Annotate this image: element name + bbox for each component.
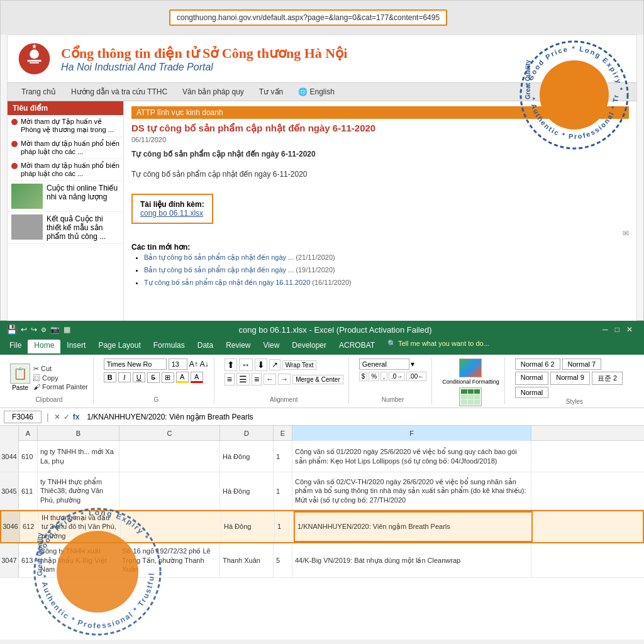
style-normal7-button[interactable]: Normal 7 — [562, 358, 602, 370]
minimize-icon[interactable]: ─ — [600, 325, 611, 334]
decrease-indent-icon[interactable]: ← — [264, 374, 276, 385]
col-header-f[interactable]: F — [292, 426, 531, 441]
align-bottom-icon[interactable]: ⬇ — [255, 358, 267, 371]
cell-e3046[interactable]: 1 — [275, 511, 294, 542]
copy-button[interactable]: ⿴ Copy — [33, 374, 88, 382]
menu-page-layout[interactable]: Page Layout — [92, 340, 147, 353]
cell-f3045[interactable]: Công văn số 02/CV-TH/2020 ngày 26/6/2020… — [292, 472, 531, 509]
increase-font-icon[interactable]: A↑ — [189, 360, 198, 369]
sidebar-item-3[interactable]: Mời tham dự tập huấn phổ biến pháp luật … — [8, 159, 123, 181]
menu-formulas[interactable]: Formulas — [147, 340, 191, 353]
close-icon[interactable]: ✕ — [624, 325, 635, 334]
percent-button[interactable]: % — [369, 372, 379, 381]
nav-van-ban[interactable]: Văn bản pháp quy — [175, 86, 252, 98]
conditional-formatting-button[interactable]: Conditional Formatting — [442, 358, 499, 385]
format-as-table-button[interactable]: Format as Table — [442, 387, 499, 408]
font-size-input[interactable]: 13 — [169, 358, 187, 370]
quick-access-icon[interactable]: ⚙ — [41, 326, 47, 333]
cell-e3047[interactable]: 5 — [274, 543, 292, 577]
redo-icon[interactable]: ↪ — [31, 325, 37, 334]
style-normal9-button[interactable]: Normal 9 — [550, 372, 590, 385]
cell-d3047[interactable]: Thanh Xuân — [220, 543, 274, 577]
cell-d3046[interactable]: Hà Đông — [221, 511, 275, 542]
strikethrough-button[interactable]: S̶ — [147, 372, 160, 383]
decrease-decimal-button[interactable]: .0→ — [389, 372, 405, 381]
insert-function-icon[interactable]: fx — [73, 413, 80, 421]
align-top-icon[interactable]: ⬆ — [225, 358, 237, 371]
cancel-formula-icon[interactable]: ✕ — [54, 413, 60, 421]
style-normal10-button[interactable]: Normal — [515, 387, 548, 398]
sidebar-img-item-2[interactable]: Kết quả Cuộc thi thiết kế mẫu sản phẩm t… — [8, 212, 123, 244]
comma-button[interactable]: , — [380, 372, 387, 381]
cell-f3044[interactable]: Công văn số 01/2020 ngày 25/6/2020 về vi… — [292, 441, 531, 472]
tell-me-input[interactable]: 🔍 Tell me what you want to do... — [387, 340, 489, 353]
news-item-3[interactable]: Tự công bố sản phẩm cập nhật đến ngày 16… — [144, 277, 629, 289]
cell-e3045[interactable]: 1 — [274, 472, 292, 509]
align-center-icon[interactable]: ☰ — [236, 373, 250, 386]
col-header-c[interactable]: C — [119, 426, 220, 441]
increase-decimal-button[interactable]: .00← — [406, 372, 426, 381]
maximize-icon[interactable]: □ — [613, 325, 622, 334]
cell-f3046[interactable]: 1/KNANHHUYEN/2020: Viên ngậm Breath Pear… — [294, 511, 533, 542]
decrease-font-icon[interactable]: A↓ — [200, 360, 209, 369]
align-right-icon[interactable]: ≡ — [252, 373, 262, 386]
underline-button[interactable]: U — [133, 372, 145, 382]
col-header-a[interactable]: A — [19, 426, 38, 441]
menu-file[interactable]: File — [3, 340, 28, 353]
italic-button[interactable]: I — [118, 372, 131, 382]
sidebar-item-1[interactable]: Mời tham dự Tập huấn về Phòng vệ thương … — [8, 115, 123, 137]
cell-d3045[interactable]: Hà Đông — [220, 472, 274, 509]
increase-indent-icon[interactable]: → — [278, 374, 291, 385]
cell-e3044[interactable]: 1 — [274, 441, 292, 472]
sidebar-img-item-1[interactable]: Cuộc thi online Thiếu nhi và năng lượng — [8, 181, 123, 212]
menu-insert[interactable]: Insert — [60, 340, 92, 353]
font-name-select[interactable]: Times New Ro — [104, 358, 167, 370]
cell-b3044[interactable]: ng ty TNHH th... mới Xa La, phụ — [38, 441, 119, 472]
confirm-formula-icon[interactable]: ✓ — [64, 413, 70, 421]
nav-trang-chu[interactable]: Trang chủ — [14, 86, 64, 98]
cell-b3045[interactable]: ty TNHH thực phẩm Thiêc38; đường Văn Phú… — [38, 472, 119, 509]
cell-f3047[interactable]: 44/K-Big VN/2019: Bát nhựa dùng một lần … — [292, 543, 531, 577]
address-bar[interactable]: congthuong.hanoi.gov.vn/default.aspx?pag… — [169, 9, 447, 26]
news-item-1[interactable]: Bản tự công bố sản phẩm cập nhật đến ngà… — [144, 252, 629, 264]
merge-center-button[interactable]: Merge & Center — [292, 375, 343, 384]
paste-button[interactable]: 📋 Paste — [10, 364, 30, 391]
style-hyomun2-button[interactable]: 표준 2 — [592, 372, 623, 385]
cell-d3044[interactable]: Hà Đông — [220, 441, 274, 472]
number-format-select[interactable]: General — [359, 358, 409, 370]
menu-data[interactable]: Data — [191, 340, 219, 353]
align-left-icon[interactable]: ≡ — [225, 373, 235, 386]
border-button[interactable]: ⊞ — [162, 372, 174, 383]
bold-button[interactable]: B — [104, 372, 116, 382]
wrap-text-button[interactable]: Wrap Text — [282, 360, 317, 370]
col-header-d[interactable]: D — [220, 426, 274, 441]
cut-button[interactable]: ✂ Cut — [33, 365, 88, 373]
style-normal8-button[interactable]: Normal — [515, 372, 548, 385]
cell-reference-box[interactable]: F3046 — [4, 411, 42, 423]
menu-home[interactable]: Home — [28, 340, 60, 353]
more-icon[interactable]: ▦ — [64, 325, 70, 334]
nav-tu-van[interactable]: Tư vấn — [252, 86, 291, 98]
undo-icon[interactable]: ↩ — [21, 325, 27, 334]
col-header-b[interactable]: B — [38, 426, 119, 441]
attachment-file-link[interactable]: cong bo 06.11.xlsx — [140, 209, 204, 218]
cell-a3045[interactable]: 611 — [19, 472, 38, 509]
menu-review[interactable]: Review — [219, 340, 257, 353]
cell-c3045[interactable] — [119, 472, 220, 509]
news-item-2[interactable]: Bản tự công bố sản phẩm cập nhật đến ngà… — [144, 264, 629, 277]
fill-color-button[interactable]: A — [176, 372, 189, 383]
cell-a3044[interactable]: 610 — [19, 441, 38, 472]
number-format-expand-icon[interactable]: ▾ — [411, 360, 414, 369]
align-middle-icon[interactable]: ↔ — [239, 358, 253, 371]
menu-developer[interactable]: Developer — [286, 340, 333, 353]
dollar-button[interactable]: $ — [359, 372, 368, 381]
style-normal62-button[interactable]: Normal 6 2 — [515, 358, 560, 370]
nav-huong-dan[interactable]: Hướng dẫn và tra cứu TTHC — [64, 86, 175, 98]
col-header-e[interactable]: E — [274, 426, 292, 441]
save-icon[interactable]: 💾 — [6, 325, 17, 335]
text-direction-icon[interactable]: ↗ — [269, 359, 280, 370]
cell-c3044[interactable] — [119, 441, 220, 472]
menu-acrobat[interactable]: ACROBAT — [333, 340, 381, 353]
font-color-button[interactable]: A — [191, 372, 203, 383]
format-painter-button[interactable]: 🖌 Format Painter — [33, 383, 88, 391]
